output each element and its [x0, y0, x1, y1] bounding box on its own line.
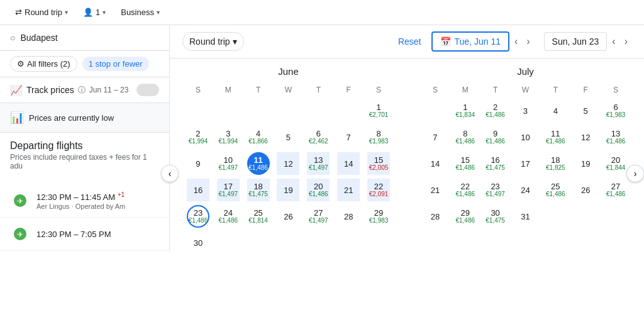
day-cell[interactable]: 21 — [337, 179, 360, 201]
day-cell[interactable]: 19 — [574, 152, 597, 175]
class-selector[interactable]: Business ▾ — [116, 5, 165, 19]
day-cell[interactable]: 12 — [574, 126, 597, 148]
end-date-button[interactable]: Sun, Jun 23 — [544, 32, 608, 51]
trip-type-selector[interactable]: ⇄ Round trip ▾ — [10, 5, 73, 19]
info-icon[interactable]: ⓘ — [78, 85, 86, 96]
stop-filter-label: 1 stop or fewer — [89, 59, 143, 69]
flight-item[interactable]: ✈ 12:30 PM – 11:45 AM +1 Aer Lingus · Op… — [0, 184, 169, 218]
day-cell[interactable]: 3 €1,994 — [217, 126, 240, 148]
start-date-prev[interactable]: ‹ — [511, 35, 521, 48]
all-filters-label: All filters (2) — [27, 59, 70, 69]
day-cell[interactable]: 14 — [337, 152, 360, 175]
day-cell[interactable]: 5 — [277, 126, 299, 148]
main-layout: ○ Budapest ⚙ All filters (2) 1 stop or f… — [0, 25, 644, 322]
svg-text:✈: ✈ — [17, 230, 23, 239]
day-cell[interactable]: 13 €1,497 — [307, 152, 330, 175]
day-cell[interactable]: 5 — [574, 99, 597, 122]
day-cell[interactable]: 27 €1,486 — [604, 179, 627, 201]
day-cell[interactable]: 4 €1,866 — [247, 126, 270, 148]
end-date-next[interactable]: › — [621, 35, 631, 48]
day-cell[interactable]: 4 — [544, 99, 567, 122]
day-cell[interactable]: 7 — [337, 126, 360, 148]
day-cell[interactable]: 25 €1,486 — [544, 179, 567, 201]
track-range: Jun 11 – 23 — [89, 86, 129, 94]
day-cell[interactable]: 16 — [187, 179, 209, 201]
day-cell[interactable]: 8 €1,486 — [454, 126, 477, 148]
day-cell[interactable]: 1 €2,701 — [367, 99, 390, 122]
day-cell[interactable]: 15 €2,005 — [367, 152, 390, 175]
day-cell[interactable]: 7 — [424, 126, 447, 148]
start-date-next[interactable]: › — [523, 35, 533, 48]
day-cell[interactable]: 6 €2,462 — [307, 126, 330, 148]
day-cell[interactable]: 30 — [187, 231, 209, 254]
day-cell[interactable]: 24 — [514, 179, 536, 201]
day-cell[interactable]: 11 €1,486 — [247, 152, 270, 175]
day-cell[interactable]: 15 €1,486 — [454, 152, 477, 175]
day-cell[interactable]: 29 €1,486 — [454, 205, 477, 228]
flight-times: 12:30 PM – 7:05 PM — [36, 230, 111, 239]
day-cell[interactable]: 3 — [514, 99, 536, 122]
flight-times: 12:30 PM – 11:45 AM +1 — [36, 191, 125, 202]
day-cell[interactable]: 2 €1,486 — [484, 99, 507, 122]
day-cell[interactable]: 14 — [424, 152, 447, 175]
class-label: Business — [121, 8, 154, 17]
day-cell[interactable]: 25 €1,814 — [247, 205, 270, 228]
day-cell[interactable]: 8 €1,983 — [367, 126, 390, 148]
sidebar: ○ Budapest ⚙ All filters (2) 1 stop or f… — [0, 25, 170, 251]
all-filters-button[interactable]: ⚙ All filters (2) — [10, 56, 77, 72]
calendar-icon: 📅 — [440, 36, 451, 47]
start-date-label: Tue, Jun 11 — [455, 36, 501, 47]
day-cell[interactable]: 28 — [424, 205, 447, 228]
day-cell[interactable]: 9 — [187, 152, 209, 175]
day-cell[interactable]: 22 €2,091 — [367, 179, 390, 201]
calendar-outer: Round trip ▾ Reset 📅 Tue, Jun 11 ‹ › — [170, 25, 644, 322]
day-cell[interactable]: 20 €1,844 — [604, 152, 627, 175]
day-cell[interactable]: 26 — [277, 205, 299, 228]
day-cell[interactable]: 23 €1,497 — [484, 179, 507, 201]
calendar-panel: Round trip ▾ Reset 📅 Tue, Jun 11 ‹ › — [170, 25, 644, 322]
day-cell[interactable]: 20 €1,486 — [307, 179, 330, 201]
day-cell[interactable]: 19 — [277, 179, 299, 201]
airline-icon: ✈ — [10, 191, 30, 211]
sidebar-collapse-button[interactable]: ‹ — [161, 165, 179, 182]
track-prices-toggle[interactable] — [136, 84, 159, 96]
day-cell[interactable]: 6 €1,983 — [604, 99, 627, 122]
filter-icon: ⚙ — [17, 59, 25, 69]
day-cell[interactable]: 1 €1,834 — [454, 99, 477, 122]
day-cell[interactable]: 17 — [514, 152, 536, 175]
day-cell[interactable]: 27 €1,497 — [307, 205, 330, 228]
day-cell[interactable]: 26 — [574, 179, 597, 201]
day-cell[interactable]: 11 €1,486 — [544, 126, 567, 148]
day-cell[interactable]: 13 €1,486 — [604, 126, 627, 148]
day-cell[interactable]: 28 — [337, 205, 360, 228]
june-title: June — [182, 58, 394, 82]
passengers-selector[interactable]: 👤 1 ▾ — [78, 5, 111, 19]
day-cell[interactable]: 29 €1,983 — [367, 205, 390, 228]
day-cell[interactable]: 18 €1,475 — [247, 179, 270, 201]
flight-item[interactable]: ✈ 12:30 PM – 7:05 PM — [0, 218, 169, 251]
day-cell[interactable]: 17 €1,497 — [217, 179, 240, 201]
stop-filter-chip[interactable]: 1 stop or fewer — [82, 57, 149, 71]
calendar-header: Round trip ▾ Reset 📅 Tue, Jun 11 ‹ › — [170, 25, 644, 58]
airline-icon: ✈ — [10, 224, 30, 244]
prices-info: Prices are currently low — [29, 113, 114, 123]
day-cell[interactable]: 16 €1,475 — [484, 152, 507, 175]
calendar-next-button[interactable]: › — [626, 165, 644, 182]
circle-icon: ○ — [10, 33, 15, 43]
day-cell[interactable]: 23 €1,486 — [187, 205, 209, 228]
reset-button[interactable]: Reset — [398, 36, 421, 47]
day-cell[interactable]: 18 €1,825 — [544, 152, 567, 175]
day-cell[interactable]: 30 €1,475 — [484, 205, 507, 228]
day-cell[interactable]: 12 — [277, 152, 299, 175]
day-cell[interactable]: 22 €1,486 — [454, 179, 477, 201]
day-cell[interactable]: 9 €1,486 — [484, 126, 507, 148]
roundtrip-dropdown[interactable]: Round trip ▾ — [182, 32, 244, 51]
day-cell[interactable]: 31 — [514, 205, 536, 228]
day-cell[interactable]: 10 €1,497 — [217, 152, 240, 175]
day-cell[interactable]: 2 €1,994 — [187, 126, 209, 148]
day-cell[interactable]: 21 — [424, 179, 447, 201]
day-cell[interactable]: 10 — [514, 126, 536, 148]
end-date-prev[interactable]: ‹ — [608, 35, 619, 48]
start-date-button[interactable]: 📅 Tue, Jun 11 — [431, 31, 509, 52]
day-cell[interactable]: 24 €1,486 — [217, 205, 240, 228]
